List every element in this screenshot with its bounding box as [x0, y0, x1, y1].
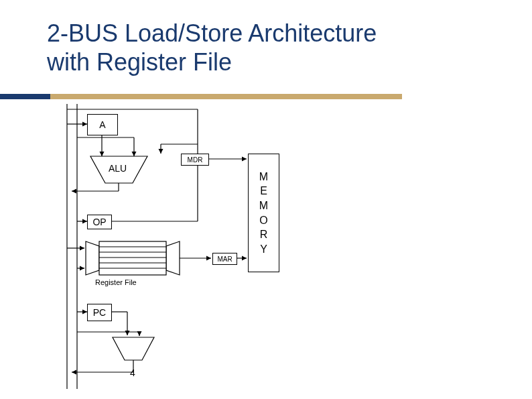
diagram-wires [54, 104, 389, 392]
title-line-2: with Register File [47, 48, 232, 76]
memory-label: M E M O R Y [259, 170, 268, 257]
incrementer-constant: 4 [130, 367, 135, 378]
memory-block: M E M O R Y [248, 154, 279, 272]
register-A: A [87, 114, 118, 135]
title-line-1: 2-BUS Load/Store Architecture [47, 19, 377, 47]
mdr-label: MDR [188, 156, 203, 164]
register-MDR: MDR [181, 154, 209, 166]
pc-label: PC [93, 307, 106, 318]
register-PC: PC [87, 304, 112, 321]
alu-label: ALU [109, 163, 127, 174]
register-MAR: MAR [212, 253, 237, 265]
architecture-diagram: A ALU MDR OP MAR M E M O R Y Register Fi… [54, 104, 389, 392]
op-label: OP [92, 217, 106, 227]
register-A-label: A [99, 119, 105, 130]
register-file-label: Register File [95, 278, 137, 286]
page-title: 2-BUS Load/Store Architecture with Regis… [47, 19, 377, 76]
register-OP: OP [87, 215, 112, 229]
mar-label: MAR [217, 255, 232, 263]
